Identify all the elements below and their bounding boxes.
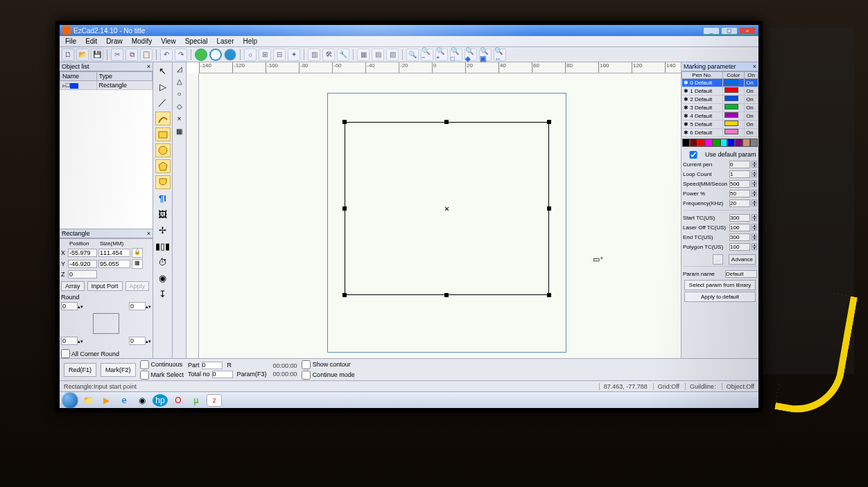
menu-edit[interactable]: Edit [81,37,101,46]
pen-col-on[interactable]: On [745,72,758,79]
pos-z-input[interactable] [68,270,97,278]
inputport-button[interactable]: Input Port [87,281,123,291]
param-input[interactable] [729,243,750,251]
select-tool-icon[interactable]: ↖ [155,64,171,78]
explorer-icon[interactable]: 📁 [80,394,96,407]
r-button[interactable]: R [225,362,235,369]
pen-row[interactable]: ✱ 1 DefaultOn [682,87,758,96]
use-default-check[interactable]: Use default param [683,150,757,159]
param-input[interactable] [729,190,750,197]
menu-special[interactable]: Special [181,37,212,46]
zoom-sel-icon[interactable]: 🔍◈ [465,48,477,61]
barcode-tool-icon[interactable]: ▮▯▮ [155,239,171,253]
node-tool-icon[interactable]: ▷ [155,80,171,94]
wrench-icon[interactable]: 🔧 [337,48,349,61]
handle-tr[interactable] [547,120,551,124]
marking-close-icon[interactable]: × [753,63,756,70]
objlist-row[interactable]: ▹☐ Rectangle [60,81,153,90]
snap-end-icon[interactable]: ◿ [175,64,184,73]
target2-icon[interactable] [224,48,236,61]
io-tool-icon[interactable]: ↧ [155,287,171,301]
pos-y-input[interactable] [68,260,97,268]
curve-tool-icon[interactable] [155,112,171,125]
pos-x-input[interactable] [68,249,97,257]
zoom-fit-icon[interactable]: 🔍□ [450,48,462,61]
size-w-input[interactable] [98,249,130,257]
tool1-icon[interactable]: ✦ [288,48,300,61]
start-button[interactable] [62,393,78,408]
part-input[interactable] [202,362,223,369]
handle-tl[interactable] [342,120,347,124]
param-button[interactable]: Param(F3) [235,371,269,378]
grid3-icon[interactable]: ▧ [386,48,399,61]
timer-tool-icon[interactable]: ⏱ [155,255,171,269]
snap1-icon[interactable]: ⊞ [259,48,271,61]
anchor-icon[interactable]: ▦ [132,259,143,269]
pen-col-color[interactable]: Color [722,72,745,79]
param-more-button[interactable]: ... [713,254,723,265]
encoder-tool-icon[interactable]: ◉ [155,271,171,285]
objlist-empty[interactable] [60,90,153,229]
param-input[interactable] [729,233,750,241]
new-icon[interactable]: 🗋 [62,48,74,61]
size-h-input[interactable] [98,260,130,268]
snap-grid-icon[interactable]: ▦ [175,126,184,136]
red-button[interactable]: Red(F1) [64,363,96,377]
wmp-icon[interactable]: ▶ [98,394,114,407]
snap2-icon[interactable]: ⊟ [273,48,286,61]
showcontour-check[interactable]: Show contour [302,360,355,369]
utorrent-icon[interactable]: µ [189,394,204,407]
lock-icon[interactable]: 🔒 [132,248,143,258]
cut-icon[interactable]: ✂ [111,48,123,61]
image-tool-icon[interactable]: 🖼 [155,207,171,221]
select-lib-button[interactable]: Select param from library [684,280,756,290]
paste-icon[interactable]: 📋 [140,48,153,61]
circle-tool-icon[interactable] [155,143,171,157]
param-input[interactable] [729,161,750,168]
line-tool-icon[interactable]: ／ [155,96,171,109]
menu-draw[interactable]: Draw [102,37,126,46]
menu-file[interactable]: File [61,37,80,46]
undo-icon[interactable]: ↶ [160,48,173,61]
open-icon[interactable]: 📂 [76,48,89,61]
pen-row[interactable]: ✱ 0 DefaultOn [682,79,758,87]
menu-laser[interactable]: Laser [212,37,238,46]
opera-icon[interactable]: O [171,394,186,407]
minimize-button[interactable]: _ [703,27,720,35]
target1-icon[interactable] [209,48,222,61]
param-input[interactable] [729,224,750,231]
grid1-icon[interactable]: ▦ [357,48,370,61]
pen-row[interactable]: ✱ 6 DefaultOn [682,129,758,137]
array-button[interactable]: Array [61,281,85,291]
zoom-in-icon[interactable]: 🔍⁺ [435,48,448,61]
pen-row[interactable]: ✱ 3 DefaultOn [682,104,758,112]
chrome-icon[interactable]: ◉ [134,394,150,407]
text-tool-icon[interactable]: ¶I [155,191,171,205]
apply-default-button[interactable]: Apply to default [684,292,756,302]
paramname-input[interactable] [725,270,757,278]
handle-tm[interactable] [444,120,449,124]
zoom-all-icon[interactable]: 🔍▣ [479,48,492,61]
canvas-area[interactable]: -140-120-100-80-60-40-200204060801001201… [186,62,681,384]
round-tr-input[interactable] [129,302,146,310]
redo-icon[interactable]: ↷ [175,48,187,61]
handle-br[interactable] [547,293,551,297]
param-input[interactable] [729,200,750,207]
grid2-icon[interactable]: ▤ [372,48,384,61]
zoom-extent-icon[interactable]: 🔍↔ [494,48,506,61]
objectlist-close-icon[interactable]: × [147,63,150,70]
handle-ml[interactable] [342,206,347,211]
barcode-icon[interactable]: ▥ [308,48,320,61]
snap-int-icon[interactable]: × [175,114,184,123]
continuous-check[interactable]: Continuous [140,360,184,369]
objlist-col-name[interactable]: Name [60,72,97,81]
pen-row[interactable]: ✱ 4 DefaultOn [682,112,758,121]
rect-tool-icon[interactable] [155,127,171,141]
snap-mid-icon[interactable]: △ [175,76,184,86]
close-button[interactable]: × [739,27,756,35]
pen-row[interactable]: ✱ 5 DefaultOn [682,121,758,129]
param-input[interactable] [729,214,750,222]
handle-bl[interactable] [342,293,347,297]
all-corner-check[interactable]: All Corner Round [61,349,151,358]
go-icon[interactable] [195,48,207,61]
